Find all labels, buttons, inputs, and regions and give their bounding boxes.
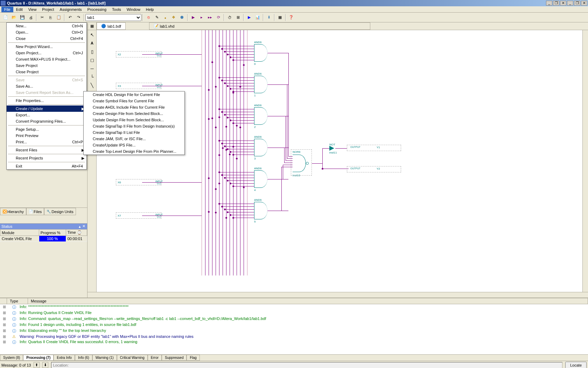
schematic-element[interactable] bbox=[208, 89, 210, 91]
schematic-element[interactable] bbox=[267, 148, 288, 148]
schematic-element[interactable] bbox=[254, 139, 267, 156]
schematic-element[interactable] bbox=[221, 143, 223, 144]
message-line[interactable]: ⊞ⓘInfo: Quartus II Create VHDL File was … bbox=[0, 339, 588, 345]
schematic-element[interactable] bbox=[227, 54, 254, 55]
schematic-element[interactable] bbox=[224, 51, 226, 53]
schematic-element[interactable]: 0 bbox=[254, 62, 255, 66]
open-file-button[interactable]: 📂 bbox=[10, 14, 18, 21]
messages-tab[interactable]: Info (6) bbox=[75, 355, 92, 361]
schematic-element[interactable]: 4 bbox=[254, 189, 255, 192]
schematic-element[interactable] bbox=[219, 109, 254, 109]
menu-assignments[interactable]: Assignments bbox=[57, 7, 85, 12]
schematic-element[interactable] bbox=[243, 186, 245, 188]
status-row[interactable]: Create VHDL File 100 % 00:00:01 bbox=[0, 236, 87, 242]
schematic-element[interactable] bbox=[233, 91, 254, 92]
schematic-element[interactable]: VCC bbox=[157, 55, 161, 57]
schematic-element[interactable] bbox=[267, 211, 288, 211]
schematic-element[interactable]: 2 bbox=[254, 125, 255, 129]
schematic-element[interactable]: AND6 bbox=[254, 41, 261, 44]
schematic-element[interactable] bbox=[233, 123, 254, 123]
file-menu-item[interactable]: Recent Projects▶ bbox=[7, 155, 86, 161]
file-menu-item[interactable]: Open Project...Ctrl+J bbox=[7, 50, 86, 56]
schematic-element[interactable]: OUTPUT bbox=[350, 167, 360, 170]
status-col-time[interactable]: Time ⌚ bbox=[66, 230, 87, 236]
new-file-button[interactable]: 📄 bbox=[2, 14, 9, 21]
chip-button[interactable]: ▦ bbox=[276, 14, 284, 21]
file-menu-item[interactable]: Recent Files▶ bbox=[7, 147, 86, 153]
schematic-element[interactable] bbox=[288, 156, 293, 157]
schematic-element[interactable] bbox=[281, 167, 282, 211]
schematic-element[interactable] bbox=[267, 84, 288, 85]
locate-button[interactable]: Locate bbox=[565, 362, 587, 368]
schematic-element[interactable] bbox=[221, 174, 223, 176]
schematic-element[interactable]: 5 bbox=[254, 220, 255, 223]
schematic-element[interactable]: 1 bbox=[254, 94, 255, 97]
schematic-element[interactable] bbox=[232, 59, 234, 61]
message-nav-up[interactable]: ⬆ bbox=[34, 362, 40, 368]
schematic-element[interactable]: 3 bbox=[254, 157, 255, 160]
schematic-element[interactable]: X3 bbox=[118, 84, 121, 88]
minimize-button[interactable]: _ bbox=[546, 1, 552, 6]
schematic-element[interactable] bbox=[225, 146, 254, 146]
schematic-element[interactable] bbox=[233, 60, 254, 60]
menu-edit[interactable]: Edit bbox=[13, 7, 26, 12]
schematic-element[interactable] bbox=[281, 167, 293, 167]
menu-project[interactable]: Project bbox=[39, 7, 57, 12]
schematic-element[interactable] bbox=[222, 49, 254, 49]
schematic-element[interactable] bbox=[225, 209, 254, 210]
schematic-element[interactable] bbox=[254, 170, 267, 188]
schematic-element[interactable]: VCC bbox=[157, 86, 161, 88]
file-menu-item[interactable]: File Properties... bbox=[7, 97, 86, 104]
file-menu-item[interactable]: Close Project bbox=[7, 69, 86, 75]
orthogonal-tool[interactable]: └ bbox=[88, 73, 96, 81]
schematic-element[interactable] bbox=[229, 154, 231, 155]
simulate-button[interactable]: ⟳ bbox=[215, 14, 222, 21]
messages-tab[interactable]: Flag bbox=[187, 355, 200, 361]
mdi-minimize-button[interactable]: _ bbox=[567, 1, 573, 6]
schematic-element[interactable] bbox=[335, 148, 347, 149]
schematic-element[interactable] bbox=[230, 120, 254, 121]
settings-button[interactable]: ✎ bbox=[153, 14, 161, 21]
text-tool[interactable]: A bbox=[88, 39, 96, 47]
submenu-item[interactable]: Create/Update IPS File... bbox=[84, 142, 184, 148]
schematic-element[interactable] bbox=[142, 216, 202, 216]
message-nav-down[interactable]: ⬇ bbox=[42, 362, 48, 368]
cut-button[interactable]: ✂ bbox=[38, 14, 46, 21]
schematic-element[interactable] bbox=[222, 143, 254, 144]
schematic-element[interactable] bbox=[218, 154, 220, 156]
schematic-element[interactable] bbox=[227, 211, 229, 213]
block-tool[interactable]: ◻ bbox=[88, 56, 96, 64]
schematic-element[interactable] bbox=[219, 204, 254, 204]
schematic-element[interactable] bbox=[218, 140, 220, 142]
submenu-item[interactable]: Create Symbol Files for Current File bbox=[84, 98, 184, 104]
schematic-element[interactable] bbox=[227, 117, 254, 118]
schematic-element[interactable] bbox=[230, 57, 254, 57]
schematic-element[interactable] bbox=[221, 206, 223, 207]
schematic-element[interactable] bbox=[230, 89, 254, 89]
submenu-item[interactable]: Create HDL Design File for Current File bbox=[84, 91, 184, 98]
schematic-element[interactable] bbox=[254, 76, 267, 93]
schematic-element[interactable] bbox=[209, 30, 209, 275]
messages-tab[interactable]: System (8) bbox=[0, 355, 23, 361]
schematic-element[interactable]: AND6 bbox=[254, 72, 261, 75]
schematic-element[interactable] bbox=[243, 64, 245, 66]
schematic-element[interactable] bbox=[218, 116, 220, 118]
schematic-element[interactable] bbox=[218, 171, 220, 173]
message-line[interactable]: ⊞ⓘInfo: Elaborating entity "" for the to… bbox=[0, 328, 588, 334]
schematic-element[interactable] bbox=[221, 80, 223, 81]
schematic-element[interactable] bbox=[230, 214, 231, 216]
schematic-element[interactable] bbox=[142, 182, 202, 183]
schematic-element[interactable] bbox=[225, 178, 254, 178]
status-close-button[interactable]: ✕ bbox=[82, 224, 86, 228]
menu-help[interactable]: Help bbox=[143, 7, 157, 12]
schematic-element[interactable] bbox=[211, 61, 213, 63]
schematic-element[interactable] bbox=[215, 127, 217, 128]
schematic-element[interactable] bbox=[215, 212, 217, 213]
line-tool[interactable]: ─ bbox=[88, 64, 96, 72]
pin-planner-button[interactable]: ❖ bbox=[170, 14, 177, 21]
schematic-element[interactable] bbox=[219, 46, 254, 46]
location-input[interactable] bbox=[51, 362, 562, 368]
schematic-element[interactable] bbox=[227, 54, 229, 55]
schematic-element[interactable] bbox=[208, 211, 210, 213]
schematic-element[interactable] bbox=[236, 125, 238, 127]
